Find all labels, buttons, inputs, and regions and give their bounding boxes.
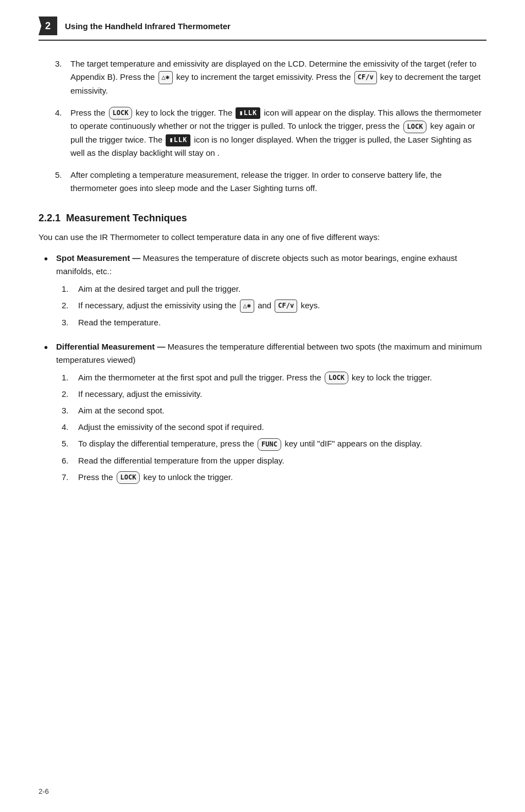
section-221-heading: 2.2.1 Measurement Techniques — [39, 212, 486, 224]
diff-3-num: 3. — [62, 404, 78, 417]
func-key: FUNC — [258, 438, 281, 451]
diff-4-content: Adjust the emissivity of the second spot… — [78, 421, 486, 434]
diff-7-num: 7. — [62, 471, 78, 484]
diff-2-num: 2. — [62, 388, 78, 401]
spot-3-num: 3. — [62, 316, 78, 329]
bullet-spot-content: Spot Measurement — Measures the temperat… — [56, 252, 486, 333]
diff-item-3: 3. Aim at the second spot. — [62, 404, 486, 417]
bullet-dot-1: • — [44, 252, 56, 333]
spot-2-content: If necessary, adjust the emissivity usin… — [78, 299, 486, 313]
diff-item-2: 2. If necessary, adjust the emissivity. — [62, 388, 486, 401]
list-item-3: 3. The target temperature and emissivity… — [55, 57, 486, 97]
page-number: 2-6 — [39, 787, 49, 795]
spot-1-num: 1. — [62, 282, 78, 296]
spot-item-1: 1. Aim at the desired target and pull th… — [62, 282, 486, 296]
diff-sub-list: 1. Aim the thermometer at the first spot… — [62, 371, 486, 484]
diff-4-num: 4. — [62, 421, 78, 434]
chapter-num: 2 — [45, 20, 51, 32]
lock-key-1: LOCK — [109, 107, 133, 119]
lck-icon-1: ▮LLK — [236, 107, 260, 119]
item-5-num: 5. — [55, 168, 70, 195]
diff-label: Differential Measurement — — [56, 342, 165, 351]
diff-5-content: To display the differential temperature,… — [78, 437, 486, 451]
page-footer: 2-6 — [39, 787, 49, 795]
lck-icon-2: ▮LLK — [166, 134, 190, 146]
spot-label: Spot Measurement — — [56, 253, 140, 263]
bullet-diff-content: Differential Measurement — Measures the … — [56, 340, 486, 488]
diff-6-content: Read the differential temperature from t… — [78, 454, 486, 467]
item-3-num: 3. — [55, 57, 70, 97]
bullet-spot: • Spot Measurement — Measures the temper… — [44, 252, 486, 333]
chapter-title: Using the Handheld Infrared Thermometer — [65, 21, 231, 31]
section-title: Measurement Techniques — [66, 212, 187, 224]
spot-1-content: Aim at the desired target and pull the t… — [78, 282, 486, 296]
diff-2-content: If necessary, adjust the emissivity. — [78, 388, 486, 401]
diff-7-content: Press the LOCK key to unlock the trigger… — [78, 471, 486, 484]
diff-item-4: 4. Adjust the emissivity of the second s… — [62, 421, 486, 434]
spot-2-num: 2. — [62, 299, 78, 313]
spot-up-emi-key: △✱ — [240, 299, 254, 312]
bullet-dot-2: • — [44, 340, 56, 488]
spot-3-content: Read the temperature. — [78, 316, 486, 329]
section-221: 2.2.1 Measurement Techniques You can use… — [39, 212, 486, 488]
diff-1-num: 1. — [62, 371, 78, 385]
section-intro: You can use the IR Thermometer to collec… — [39, 231, 486, 244]
list-item-5: 5. After completing a temperature measur… — [55, 168, 486, 195]
section-id: 2.2.1 — [39, 212, 61, 224]
item-5-content: After completing a temperature measureme… — [70, 168, 486, 195]
spot-sub-list: 1. Aim at the desired target and pull th… — [62, 282, 486, 329]
diff-6-num: 6. — [62, 454, 78, 467]
bullet-diff: • Differential Measurement — Measures th… — [44, 340, 486, 488]
list-item-4: 4. Press the LOCK key to lock the trigge… — [55, 106, 486, 160]
diff-item-1: 1. Aim the thermometer at the first spot… — [62, 371, 486, 385]
diff-lock-key-2: LOCK — [117, 471, 140, 484]
down-emi-key: CF/v — [354, 71, 377, 84]
up-emi-key: △✱ — [158, 71, 173, 84]
bullet-list: • Spot Measurement — Measures the temper… — [44, 252, 486, 488]
main-numbered-list: 3. The target temperature and emissivity… — [55, 57, 486, 195]
chapter-badge: 2 — [39, 17, 57, 35]
page: 2 Using the Handheld Infrared Thermomete… — [0, 0, 525, 812]
diff-5-num: 5. — [62, 437, 78, 451]
diff-3-content: Aim at the second spot. — [78, 404, 486, 417]
spot-down-emi-key: CF/v — [275, 299, 297, 312]
spot-item-3: 3. Read the temperature. — [62, 316, 486, 329]
diff-item-5: 5. To display the differential temperatu… — [62, 437, 486, 451]
spot-item-2: 2. If necessary, adjust the emissivity u… — [62, 299, 486, 313]
diff-item-7: 7. Press the LOCK key to unlock the trig… — [62, 471, 486, 484]
item-4-content: Press the LOCK key to lock the trigger. … — [70, 106, 486, 160]
lock-key-2: LOCK — [403, 121, 427, 133]
chapter-header: 2 Using the Handheld Infrared Thermomete… — [39, 17, 486, 41]
diff-lock-key-1: LOCK — [325, 372, 348, 384]
item-3-content: The target temperature and emissivity ar… — [70, 57, 486, 97]
item-4-num: 4. — [55, 106, 70, 160]
diff-item-6: 6. Read the differential temperature fro… — [62, 454, 486, 467]
diff-1-content: Aim the thermometer at the first spot an… — [78, 371, 486, 385]
